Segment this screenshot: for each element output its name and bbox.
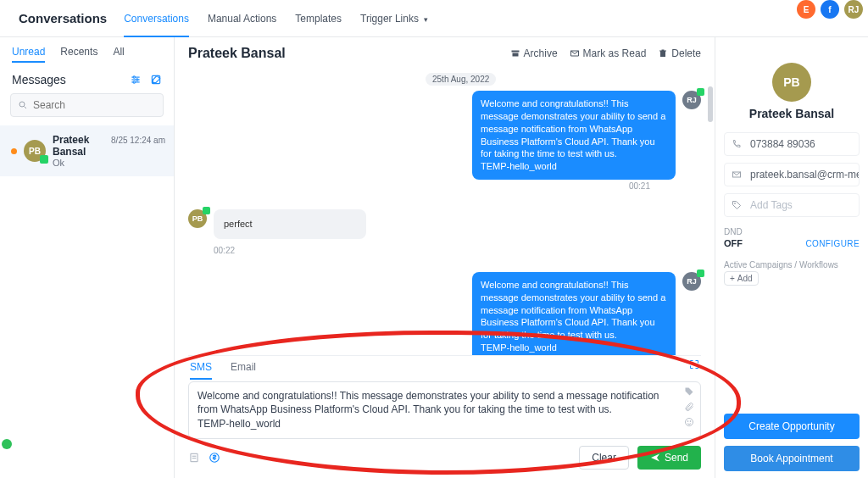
expand-compose-icon[interactable]	[689, 359, 699, 370]
trash-icon	[658, 48, 668, 58]
avatar-initials: RJ	[687, 96, 697, 104]
variable-dollar-icon[interactable]	[209, 452, 220, 464]
dnd-label: DND	[724, 227, 860, 236]
search-input[interactable]	[33, 99, 160, 111]
dnd-value: OFF	[724, 238, 743, 248]
search-icon	[18, 100, 28, 110]
avatar-initials: PB	[192, 214, 203, 223]
filter-unread[interactable]: Unread	[12, 46, 45, 63]
svg-point-17	[735, 203, 736, 204]
plus-icon: +	[730, 274, 735, 283]
tag-icon[interactable]	[684, 386, 694, 397]
conversation-item[interactable]: PB Prateek Bansal Ok 8/25 12:24 am	[0, 125, 174, 176]
message-bubble-out: Welcome and congratulations!! This messa…	[472, 272, 676, 355]
app-root: E f RJ Conversations Conversations Manua…	[0, 0, 868, 478]
main-content: Unread Recents All Messages	[0, 37, 868, 478]
filter-settings-icon[interactable]	[130, 74, 142, 86]
scrollbar-thumb[interactable]	[708, 86, 713, 122]
filter-all[interactable]: All	[113, 46, 124, 63]
mark-read-label: Mark as Read	[583, 47, 647, 59]
channel-badge-orange[interactable]: E	[797, 0, 815, 19]
chevron-down-icon: ▾	[424, 15, 428, 24]
compose-tab-sms[interactable]: SMS	[190, 361, 212, 380]
scrollbar-track[interactable]	[706, 78, 713, 355]
compose-tab-email[interactable]: Email	[231, 361, 256, 380]
compose-footer: Clear Send	[188, 439, 701, 478]
delete-button[interactable]: Delete	[658, 47, 701, 59]
contact-phone-value: 073884 89036	[750, 138, 815, 150]
svg-point-5	[133, 81, 135, 83]
user-avatar-top[interactable]: RJ	[844, 0, 863, 19]
add-campaign-button[interactable]: + Add	[724, 271, 759, 286]
tab-trigger-links[interactable]: Trigger Links ▾	[360, 6, 428, 31]
book-appointment-button[interactable]: Book Appointment	[724, 446, 860, 471]
svg-point-3	[133, 76, 135, 78]
conversation-text: Prateek Bansal Ok	[53, 134, 104, 168]
delete-label: Delete	[671, 47, 701, 59]
attachment-icon[interactable]	[684, 402, 694, 412]
tab-manual-actions[interactable]: Manual Actions	[208, 6, 276, 31]
phone-icon	[732, 139, 743, 149]
archive-button[interactable]: Archive	[510, 47, 558, 59]
page-title: Conversations	[19, 11, 107, 25]
tab-templates[interactable]: Templates	[295, 6, 342, 31]
header-tabs: Conversations Manual Actions Templates T…	[124, 6, 428, 31]
status-indicator-icon	[2, 439, 12, 449]
unread-dot-icon	[11, 148, 17, 154]
send-button[interactable]: Send	[637, 446, 701, 470]
contact-phone-row[interactable]: 073884 89036	[724, 132, 860, 156]
conversation-name: Prateek Bansal	[53, 134, 104, 158]
dnd-configure-link[interactable]: CONFIGURE	[805, 239, 860, 248]
campaigns-label: Active Campaigns / Workflows	[724, 260, 860, 270]
messages-heading: Messages	[12, 73, 66, 86]
filter-recents[interactable]: Recents	[60, 46, 97, 63]
message-bubble-out: Welcome and congratulations!! This messa…	[472, 91, 676, 180]
svg-point-4	[136, 79, 138, 81]
template-icon[interactable]	[188, 452, 200, 464]
conversation-avatar: PB	[24, 140, 46, 162]
conversation-actions: Archive Mark as Read Delete	[510, 47, 701, 59]
search-wrapper	[0, 92, 174, 125]
svg-point-10	[687, 420, 688, 421]
top-right-avatars: E f RJ	[797, 0, 863, 19]
chat-scroll-area: 25th Aug, 2022 RJ Welcome and congratula…	[175, 69, 715, 355]
tab-conversations[interactable]: Conversations	[124, 6, 189, 31]
search-box[interactable]	[10, 93, 164, 117]
contact-name: Prateek Bansal	[724, 107, 860, 120]
envelope-icon	[570, 48, 580, 58]
sidebar-filters: Unread Recents All	[0, 37, 174, 66]
svg-point-11	[690, 420, 691, 421]
compose-tabs: SMS Email	[188, 361, 701, 381]
add-label: Add	[737, 274, 753, 283]
tab-trigger-links-label: Trigger Links	[360, 13, 419, 25]
main-header: Conversations Conversations Manual Actio…	[0, 0, 868, 37]
whatsapp-badge-icon	[697, 88, 704, 96]
contact-email-row[interactable]: prateek.bansal@crm-messagi	[724, 163, 860, 186]
message-out-2: RJ Welcome and congratulations!! This me…	[472, 272, 701, 355]
message-out-1: RJ Welcome and congratulations!! This me…	[472, 91, 701, 191]
avatar-initials: RJ	[687, 277, 697, 286]
conversation-snippet: Ok	[53, 158, 104, 168]
clear-button[interactable]: Clear	[579, 446, 629, 470]
compose-new-icon[interactable]	[150, 74, 162, 86]
emoji-icon[interactable]	[684, 417, 694, 427]
sender-avatar: RJ	[682, 91, 701, 109]
compose-side-icons	[684, 386, 694, 427]
archive-label: Archive	[524, 47, 558, 59]
contact-tags-row[interactable]: Add Tags	[724, 193, 860, 217]
envelope-icon	[732, 170, 743, 180]
messages-header-row: Messages	[0, 66, 174, 92]
message-timestamp: 00:22	[214, 246, 701, 255]
send-icon	[650, 453, 660, 463]
svg-point-7	[19, 102, 25, 107]
mark-read-button[interactable]: Mark as Read	[570, 47, 647, 59]
compose-textarea[interactable]: Welcome and congratulations!! This messa…	[188, 381, 701, 439]
contact-avatar: PB	[188, 209, 207, 228]
create-opportunity-button[interactable]: Create Opportunity	[724, 414, 860, 439]
channel-badge-facebook[interactable]: f	[821, 0, 839, 19]
contact-details-panel: PB Prateek Bansal 073884 89036 prateek.b…	[715, 37, 868, 478]
whatsapp-badge-icon	[203, 207, 210, 214]
message-bubble-in: perfect	[214, 209, 366, 239]
tag-icon	[732, 200, 743, 210]
date-separator: 25th Aug, 2022	[426, 73, 496, 86]
